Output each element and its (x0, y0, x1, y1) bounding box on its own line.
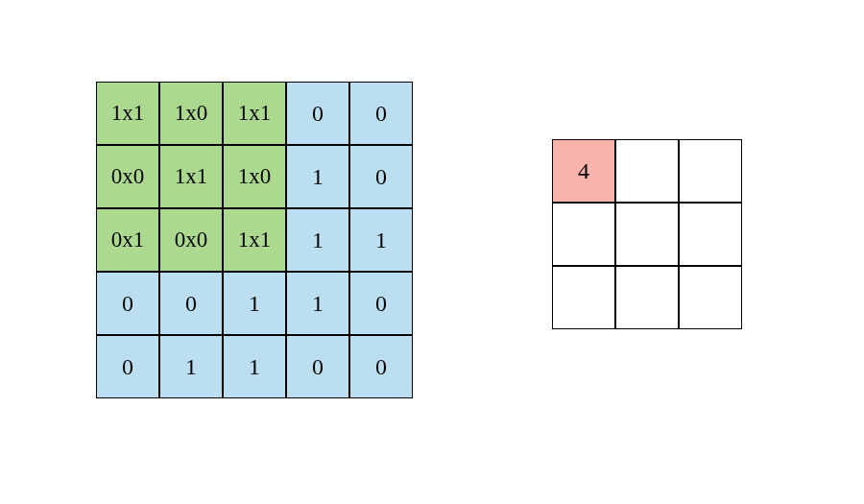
input-cell: 1 (286, 145, 349, 208)
input-cell: 1x1 (223, 208, 286, 272)
output-cell (552, 266, 615, 329)
input-cell: 1 (286, 208, 349, 272)
input-cell: 0 (286, 82, 349, 145)
input-cell: 0x1 (96, 208, 159, 272)
output-cell (615, 139, 679, 203)
input-cell: 1 (286, 272, 349, 335)
output-cell (615, 203, 679, 266)
input-cell: 1x0 (159, 82, 223, 145)
input-cell: 0 (349, 145, 413, 208)
input-cell: 0 (349, 82, 413, 145)
input-cell: 0x0 (96, 145, 159, 208)
input-cell: 0 (349, 272, 413, 335)
diagram-stage: 1x1 1x0 1x1 0 0 0x0 1x1 1x0 1 0 0x1 0x0 … (0, 0, 864, 504)
input-cell: 0 (286, 335, 349, 398)
input-cell: 1 (223, 272, 286, 335)
input-cell: 1x0 (223, 145, 286, 208)
output-cell (615, 266, 679, 329)
input-cell: 0 (159, 272, 223, 335)
input-cell: 1 (223, 335, 286, 398)
output-grid: 4 (552, 139, 742, 329)
output-cell (679, 203, 742, 266)
output-cell: 4 (552, 139, 615, 203)
input-cell: 0 (96, 335, 159, 398)
output-cell (679, 139, 742, 203)
input-cell: 1x1 (159, 145, 223, 208)
input-cell: 1x1 (223, 82, 286, 145)
input-cell: 1 (349, 208, 413, 272)
input-cell: 0x0 (159, 208, 223, 272)
output-cell (552, 203, 615, 266)
output-cell (679, 266, 742, 329)
input-cell: 0 (349, 335, 413, 398)
input-grid: 1x1 1x0 1x1 0 0 0x0 1x1 1x0 1 0 0x1 0x0 … (96, 82, 413, 398)
input-cell: 1 (159, 335, 223, 398)
input-cell: 1x1 (96, 82, 159, 145)
input-cell: 0 (96, 272, 159, 335)
